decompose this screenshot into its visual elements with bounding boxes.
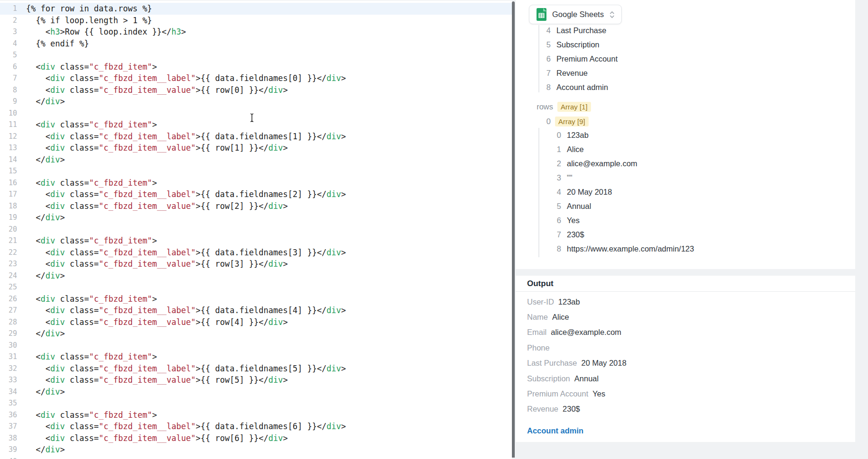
- tree-index: 3: [516, 173, 561, 182]
- tree-index: 6: [516, 216, 561, 225]
- code-text: <div class="c_fbzd_item__value">{{ row[6…: [17, 433, 288, 443]
- code-text: <div class="c_fbzd_item">: [17, 294, 157, 304]
- code-line[interactable]: 30: [0, 340, 512, 351]
- line-number: 20: [0, 225, 17, 234]
- code-line[interactable]: 39 </div>: [0, 444, 512, 456]
- code-line[interactable]: 9 </div>: [0, 96, 512, 108]
- code-text: <div class="c_fbzd_item__value">{{ row[3…: [17, 259, 288, 269]
- code-line[interactable]: 14 </div>: [0, 154, 512, 166]
- code-line[interactable]: 4 {% endif %}: [0, 38, 512, 50]
- code-text: {% for row in data.rows %}: [17, 4, 152, 13]
- tree-row-fieldname[interactable]: 8Account admin: [516, 80, 855, 94]
- line-number: 32: [0, 364, 17, 373]
- code-line[interactable]: 33 <div class="c_fbzd_item__value">{{ ro…: [0, 374, 512, 386]
- array-badge: Array [1]: [557, 102, 591, 112]
- tree-row-fieldname[interactable]: 6Premium Account: [516, 52, 855, 66]
- tree-index: 8: [516, 83, 551, 92]
- code-line[interactable]: 26 <div class="c_fbzd_item">: [0, 293, 512, 305]
- line-number: 1: [0, 4, 17, 13]
- code-line[interactable]: 36 <div class="c_fbzd_item">: [0, 409, 512, 421]
- code-text: </div>: [17, 387, 65, 396]
- tree-node-row0[interactable]: 0 Array [9]: [516, 114, 855, 128]
- code-text: </div>: [17, 445, 65, 454]
- tree-node-rows[interactable]: rows Array [1]: [516, 99, 855, 114]
- code-line[interactable]: 8 <div class="c_fbzd_item__value">{{ row…: [0, 84, 512, 96]
- line-number: 8: [0, 86, 17, 94]
- tree-value: https://www.example.com/admin/123: [567, 244, 694, 253]
- output-value: 230$: [563, 405, 580, 414]
- code-line[interactable]: 23 <div class="c_fbzd_item__value">{{ ro…: [0, 258, 512, 270]
- code-line[interactable]: 28 <div class="c_fbzd_item__value">{{ ro…: [0, 316, 512, 328]
- tree-row-value[interactable]: 1Alice: [516, 142, 855, 156]
- code-line[interactable]: 24 </div>: [0, 270, 512, 282]
- tree-row-value[interactable]: 3"": [516, 171, 855, 185]
- code-line[interactable]: 12 <div class="c_fbzd_item__label">{{ da…: [0, 131, 512, 143]
- code-line[interactable]: 10: [0, 108, 512, 119]
- line-number: 27: [0, 306, 17, 315]
- code-line[interactable]: 7 <div class="c_fbzd_item__label">{{ dat…: [0, 72, 512, 84]
- code-line[interactable]: 37 <div class="c_fbzd_item__label">{{ da…: [0, 421, 512, 432]
- input-data-card: Google Sheets 4Last Purchase5Subscriptio…: [516, 0, 855, 269]
- output-value: Yes: [592, 389, 605, 398]
- code-line[interactable]: 3 <h3>Row {{ loop.index }}</h3>: [0, 26, 512, 38]
- template-code-editor[interactable]: 1{% for row in data.rows %}2 {% if loop.…: [0, 0, 512, 459]
- code-line[interactable]: 29 </div>: [0, 328, 512, 340]
- tree-row-value[interactable]: 6Yes: [516, 213, 855, 227]
- text-cursor-pointer-icon: [250, 113, 254, 122]
- code-line[interactable]: 6 <div class="c_fbzd_item">: [0, 61, 512, 73]
- code-line[interactable]: 31 <div class="c_fbzd_item">: [0, 351, 512, 363]
- code-line[interactable]: 34 </div>: [0, 386, 512, 398]
- code-line[interactable]: 2 {% if loop.length > 1 %}: [0, 15, 512, 27]
- code-line[interactable]: 22 <div class="c_fbzd_item__label">{{ da…: [0, 247, 512, 259]
- tree-index: 8: [516, 244, 561, 253]
- code-line[interactable]: 19 </div>: [0, 212, 512, 224]
- code-line[interactable]: 25: [0, 281, 512, 293]
- line-number: 25: [0, 283, 17, 291]
- account-admin-link[interactable]: Account admin: [527, 426, 583, 435]
- line-number: 9: [0, 97, 17, 106]
- chevron-up-down-icon: [609, 11, 615, 18]
- code-line[interactable]: 27 <div class="c_fbzd_item__label">{{ da…: [0, 305, 512, 316]
- tree-row-value[interactable]: 420 May 2018: [516, 185, 855, 199]
- line-number: 4: [0, 39, 17, 48]
- output-value: Annual: [574, 374, 599, 383]
- line-number: 19: [0, 213, 17, 222]
- code-line[interactable]: 1{% for row in data.rows %}: [0, 3, 512, 15]
- code-line[interactable]: 20: [0, 224, 512, 235]
- tree-value: alice@example.com: [567, 159, 637, 168]
- code-line[interactable]: 16 <div class="c_fbzd_item">: [0, 177, 512, 189]
- tree-index: 7: [516, 230, 561, 239]
- data-source-select[interactable]: Google Sheets: [529, 5, 622, 24]
- code-line[interactable]: 40: [0, 456, 512, 459]
- tree-row-fieldname[interactable]: 7Revenue: [516, 66, 855, 80]
- code-line[interactable]: 5: [0, 49, 512, 61]
- tree-row-value[interactable]: 8https://www.example.com/admin/123: [516, 242, 855, 256]
- code-line[interactable]: 38 <div class="c_fbzd_item__value">{{ ro…: [0, 432, 512, 444]
- code-text: </div>: [17, 271, 65, 280]
- code-text: <div class="c_fbzd_item__label">{{ data.…: [17, 248, 346, 257]
- tree-row-value[interactable]: 0123ab: [516, 128, 855, 142]
- line-number: 37: [0, 422, 17, 431]
- code-line[interactable]: 35: [0, 397, 512, 409]
- code-lines: 1{% for row in data.rows %}2 {% if loop.…: [0, 3, 512, 459]
- tree-row-fieldname[interactable]: 4Last Purchase: [516, 23, 855, 37]
- output-value: 123ab: [558, 297, 580, 306]
- tree-row-fieldname[interactable]: 5Subscription: [516, 37, 855, 52]
- code-line[interactable]: 15: [0, 165, 512, 177]
- code-line[interactable]: 32 <div class="c_fbzd_item__label">{{ da…: [0, 363, 512, 375]
- tree-row-value[interactable]: 5Annual: [516, 199, 855, 213]
- tree-value: Annual: [567, 202, 591, 211]
- tree-row-value[interactable]: 2alice@example.com: [516, 156, 855, 171]
- line-number: 5: [0, 51, 17, 59]
- code-text: <div class="c_fbzd_item__label">{{ data.…: [17, 189, 346, 199]
- code-line[interactable]: 21 <div class="c_fbzd_item">: [0, 235, 512, 247]
- code-line[interactable]: 18 <div class="c_fbzd_item__value">{{ ro…: [0, 200, 512, 212]
- code-line[interactable]: 17 <div class="c_fbzd_item__label">{{ da…: [0, 189, 512, 200]
- tree-index: 1: [516, 145, 561, 154]
- output-value: Alice: [552, 313, 569, 322]
- code-text: <h3>Row {{ loop.index }}</h3>: [17, 27, 186, 36]
- code-line[interactable]: 13 <div class="c_fbzd_item__value">{{ ro…: [0, 142, 512, 154]
- editor-scrollbar[interactable]: [512, 1, 515, 458]
- tree-row-value[interactable]: 7230$: [516, 227, 855, 242]
- code-line[interactable]: 11 <div class="c_fbzd_item">: [0, 119, 512, 131]
